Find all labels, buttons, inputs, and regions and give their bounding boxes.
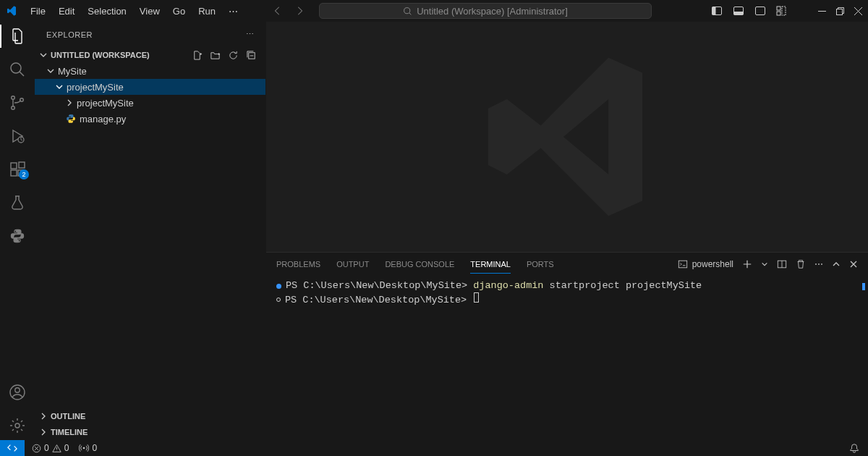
svg-rect-7	[777, 12, 780, 15]
layout-left-icon[interactable]	[711, 5, 723, 17]
error-count: 0	[44, 443, 49, 453]
tab-problems[interactable]: PROBLEMS	[276, 256, 320, 273]
error-icon	[32, 444, 41, 453]
tab-debug-console[interactable]: DEBUG CONSOLE	[385, 256, 454, 273]
activity-source-control-icon[interactable]	[9, 94, 26, 111]
new-folder-icon[interactable]	[210, 50, 221, 61]
terminal-args: startproject projectMySite	[543, 280, 702, 291]
layout-bottom-icon[interactable]	[733, 5, 744, 17]
warning-count: 0	[64, 443, 69, 453]
activity-search-icon[interactable]	[9, 61, 26, 78]
explorer-title: EXPLORER	[46, 30, 93, 39]
menu-selection[interactable]: Selection	[82, 3, 132, 20]
tree-label: manage.py	[80, 114, 126, 124]
close-panel-icon[interactable]	[849, 260, 858, 269]
kill-terminal-icon[interactable]	[796, 259, 806, 269]
nav-forward-icon[interactable]	[294, 6, 305, 16]
split-terminal-icon[interactable]	[777, 259, 787, 269]
terminal-marker-icon	[276, 297, 281, 302]
menu-more[interactable]: ⋯	[223, 3, 244, 20]
svg-rect-16	[11, 170, 17, 176]
status-ports[interactable]: 0	[79, 443, 97, 453]
terminal-body[interactable]: PS C:\Users\New\Desktop\MySite> django-a…	[266, 276, 868, 440]
terminal-marker-icon	[276, 284, 281, 289]
svg-point-20	[15, 388, 20, 392]
vscode-logo-icon	[6, 5, 17, 17]
panel-tabs: PROBLEMS OUTPUT DEBUG CONSOLE TERMINAL P…	[266, 253, 868, 276]
menu-go[interactable]: Go	[167, 3, 191, 20]
svg-rect-15	[11, 163, 17, 169]
terminal-line: PS C:\Users\New\Desktop\MySite> django-a…	[276, 280, 858, 292]
activity-explorer-icon[interactable]	[9, 28, 26, 45]
tree-label: projectMySite	[67, 82, 124, 93]
window-minimize-icon[interactable]	[818, 7, 826, 15]
search-icon	[403, 7, 412, 16]
explorer-more-icon[interactable]: ⋯	[246, 30, 255, 39]
tab-output[interactable]: OUTPUT	[336, 256, 369, 273]
tab-terminal[interactable]: TERMINAL	[470, 256, 511, 274]
menu-edit[interactable]: Edit	[53, 3, 80, 20]
menu-file[interactable]: File	[25, 3, 51, 20]
ports-count: 0	[92, 443, 97, 453]
status-notifications[interactable]	[849, 443, 859, 453]
svg-rect-2	[712, 7, 716, 15]
refresh-icon[interactable]	[228, 50, 239, 61]
broadcast-icon	[79, 443, 89, 453]
activity-python-icon[interactable]	[9, 227, 26, 245]
vscode-watermark-icon	[473, 43, 661, 231]
svg-rect-8	[782, 7, 786, 15]
nav-arrows	[273, 6, 305, 16]
layout-right-icon[interactable]	[754, 5, 766, 17]
terminal-prompt: PS C:\Users\New\Desktop\MySite>	[286, 280, 473, 291]
collapse-all-icon[interactable]	[246, 50, 257, 61]
outline-section[interactable]: OUTLINE	[35, 408, 265, 424]
title-bar: File Edit Selection View Go Run ⋯ Untitl…	[0, 0, 868, 22]
activity-extensions-icon[interactable]: 2	[9, 161, 26, 178]
terminal-dropdown-icon[interactable]	[761, 261, 768, 268]
activity-settings-icon[interactable]	[9, 417, 26, 434]
remote-indicator[interactable]	[0, 440, 25, 456]
svg-point-26	[83, 447, 85, 449]
status-bar: 0 0 0	[0, 440, 868, 456]
menu-view[interactable]: View	[134, 3, 166, 20]
tree-folder-projectmysite[interactable]: projectMySite	[35, 79, 265, 95]
status-problems[interactable]: 0 0	[32, 443, 69, 453]
svg-rect-9	[837, 9, 843, 14]
tree-label: MySite	[58, 66, 87, 77]
chevron-right-icon	[39, 412, 48, 421]
outline-label: OUTLINE	[51, 412, 85, 421]
panel-more-icon[interactable]: ⋯	[814, 259, 823, 269]
chevron-down-icon	[39, 51, 48, 59]
main-menu: File Edit Selection View Go Run ⋯	[25, 3, 244, 20]
customize-layout-icon[interactable]	[776, 5, 788, 17]
bell-icon	[849, 443, 859, 453]
svg-point-10	[11, 63, 21, 73]
new-file-icon[interactable]	[192, 50, 203, 61]
activity-run-debug-icon[interactable]	[9, 127, 26, 145]
editor-empty	[266, 22, 868, 252]
command-center[interactable]: Untitled (Workspace) [Administrator]	[319, 3, 652, 19]
tab-ports[interactable]: PORTS	[527, 256, 554, 273]
maximize-panel-icon[interactable]	[832, 260, 841, 269]
workspace-section-header[interactable]: UNTITLED (WORKSPACE)	[35, 47, 265, 63]
svg-point-21	[15, 423, 20, 428]
svg-rect-5	[756, 7, 765, 15]
terminal-scroll-marker	[862, 283, 865, 290]
workspace-label: UNTITLED (WORKSPACE)	[51, 51, 150, 59]
terminal-shell-selector[interactable]: powershell	[678, 259, 733, 269]
activity-accounts-icon[interactable]	[9, 384, 26, 401]
window-maximize-icon[interactable]	[836, 7, 844, 15]
activity-testing-icon[interactable]	[9, 194, 26, 211]
tree-folder-mysite[interactable]: MySite	[35, 63, 265, 79]
new-terminal-icon[interactable]	[742, 259, 752, 269]
timeline-section[interactable]: TIMELINE	[35, 424, 265, 440]
warning-icon	[52, 444, 61, 453]
tree-folder-projectmysite-inner[interactable]: projectMySite	[35, 95, 265, 111]
menu-run[interactable]: Run	[192, 3, 221, 20]
extensions-badge: 2	[19, 169, 29, 180]
tree-file-managepy[interactable]: manage.py	[35, 111, 265, 127]
nav-back-icon[interactable]	[273, 6, 283, 16]
terminal-prompt: PS C:\Users\New\Desktop\MySite>	[285, 295, 472, 305]
window-close-icon[interactable]	[854, 7, 862, 15]
file-tree: MySite projectMySite projectMySite manag…	[35, 63, 265, 127]
